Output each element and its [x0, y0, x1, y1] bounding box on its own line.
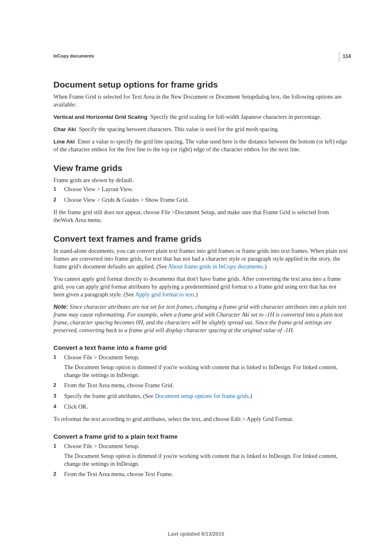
- running-header: InCopy documents: [53, 53, 348, 58]
- step-number: 2: [53, 382, 56, 389]
- definition-term: Line Aki: [53, 139, 75, 145]
- definition-term: Char Aki: [53, 126, 76, 132]
- list-item: 1Choose View > Layout View.: [53, 185, 348, 194]
- definition-item: Line Aki Enter a value to specify the gr…: [53, 138, 348, 153]
- step-text: Choose File > Document Setup.: [64, 354, 139, 361]
- section-document-setup-options: Document setup options for frame grids W…: [53, 80, 348, 153]
- definition-term: Vertical and Horizontal Grid Scaling: [53, 114, 148, 120]
- page-footer: Last updated 6/13/2015: [0, 531, 392, 537]
- subheading-convert-to-frame-grid: Convert a text frame into a frame grid: [53, 344, 348, 352]
- step-subtext: The Document Setup option is dimmed if y…: [64, 452, 348, 468]
- step-text: From the Text Area menu, choose Frame Gr…: [64, 382, 174, 388]
- step-number: 3: [53, 393, 56, 400]
- definition-desc: Enter a value to specify the grid line s…: [53, 138, 347, 153]
- step-number: 4: [53, 403, 56, 410]
- definition-item: Char Aki Specify the spacing between cha…: [53, 125, 348, 133]
- step-number: 1: [53, 443, 56, 450]
- body-text: You cannot apply grid format directly to…: [53, 275, 348, 298]
- list-item: 3 Specify the frame grid attributes. (Se…: [53, 392, 348, 400]
- steps-list: 1 Choose File > Document Setup. The Docu…: [53, 354, 348, 411]
- subheading-convert-to-plain-text-frame: Convert a frame grid to a plain text fra…: [53, 433, 348, 440]
- heading-view-frame-grids: View frame grids: [53, 163, 348, 173]
- definition-item: Vertical and Horizontal Grid Scaling Spe…: [53, 113, 348, 121]
- step-number: 1: [53, 354, 56, 361]
- heading-convert-text-frames: Convert text frames and frame grids: [53, 234, 348, 244]
- list-item: 2 From the Text Area menu, choose Frame …: [53, 382, 348, 390]
- step-text: Specify the frame grid attributes. (See …: [64, 393, 252, 399]
- body-text: To reformat the text according to grid a…: [53, 415, 348, 423]
- list-item: 4 Click OK.: [53, 403, 348, 411]
- intro-text: When Frame Grid is selected for Text Are…: [53, 93, 348, 109]
- body-text: In stand-alone documents, you can conver…: [53, 247, 348, 271]
- link-about-frame-grids[interactable]: About frame grids in InCopy documents: [168, 263, 263, 270]
- link-apply-grid-format[interactable]: Apply grid format to text: [135, 291, 194, 298]
- link-document-setup-options[interactable]: Document setup options for frame grids: [155, 393, 249, 399]
- note-body: Since character attributes are not set f…: [53, 303, 346, 333]
- list-item: 2 From the Text Area menu, choose Text F…: [53, 470, 348, 479]
- step-text: Click OK.: [64, 403, 88, 410]
- steps-list: 1 Choose File > Document Setup. The Docu…: [53, 442, 348, 478]
- page-number: 114: [339, 52, 351, 62]
- list-item: 1 Choose File > Document Setup. The Docu…: [53, 354, 348, 379]
- intro-text: Frame grids are shown by default.: [53, 176, 348, 184]
- definition-desc: Specify the grid scaling for full-width …: [150, 113, 321, 120]
- step-text: From the Text Area menu, choose Text Fra…: [64, 471, 173, 477]
- step-number: 2: [53, 197, 56, 204]
- step-text: Choose View > Layout View.: [64, 186, 133, 192]
- section-view-frame-grids: View frame grids Frame grids are shown b…: [53, 163, 348, 224]
- step-number: 1: [53, 186, 56, 193]
- steps-list: 1Choose View > Layout View. 2Choose View…: [53, 185, 348, 204]
- document-page: 114 InCopy documents Document setup opti…: [0, 0, 392, 555]
- step-text: Choose View > Grids & Guides > Show Fram…: [64, 197, 189, 203]
- list-item: 1 Choose File > Document Setup. The Docu…: [53, 442, 348, 468]
- step-text: Choose File > Document Setup.: [64, 443, 139, 449]
- list-item: 2Choose View > Grids & Guides > Show Fra…: [53, 196, 348, 204]
- body-text: If the frame grid still does not appear,…: [53, 208, 348, 224]
- step-subtext: The Document Setup option is dimmed if y…: [64, 363, 348, 379]
- step-number: 2: [53, 471, 56, 478]
- note-label: Note:: [53, 303, 68, 310]
- section-convert-text-frames: Convert text frames and frame grids In s…: [53, 234, 348, 478]
- note-text: Note: Since character attributes are not…: [53, 303, 348, 334]
- heading-document-setup-options: Document setup options for frame grids: [53, 80, 348, 90]
- definition-desc: Specify the spacing between characters. …: [79, 126, 279, 132]
